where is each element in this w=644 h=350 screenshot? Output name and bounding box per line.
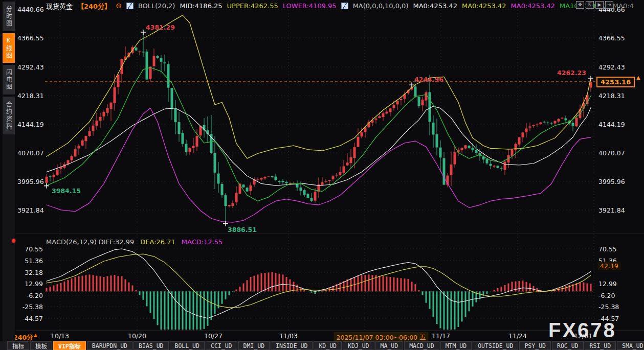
boll-mid-value: MID:4186.25 — [180, 2, 222, 10]
bottom-tab-psy_ud[interactable]: PSY_UD — [519, 341, 551, 350]
date-tick-5: 11/17 — [432, 332, 450, 340]
boll-lower-value: LOWER:4109.95 — [283, 2, 337, 10]
extreme-label-3: 4244.96 — [414, 76, 443, 83]
bottom-tab-boll_ud[interactable]: BOLL_UD — [170, 341, 205, 350]
extreme-label-0: 3984.15 — [52, 187, 81, 195]
price-up-arrow-icon: ▲ — [636, 75, 640, 80]
indicator-tab-strip: 指标模板VIP指标BARUPDN_UDBIAS_UDBOLL_UDCCI_UDD… — [0, 341, 644, 350]
bottom-tab-cci_ud[interactable]: CCI_UD — [206, 341, 237, 350]
bottom-tab-[interactable]: 指标 — [7, 341, 29, 350]
boll-label: BOLL(20,2) — [138, 2, 175, 10]
bottom-tab-mtm_ud[interactable]: MTM_UD — [440, 341, 472, 350]
sidebar-tab-3[interactable]: 合约资料 — [3, 97, 15, 134]
bottom-tab-dmi_ud[interactable]: DMI_UD — [238, 341, 270, 350]
ma0-white-value: MA0:4253.42 — [413, 2, 457, 10]
symbol-name: 现货黄金 — [46, 1, 73, 11]
macd-dea-value: DEA:26.71 — [140, 238, 175, 246]
date-tick-1: 10/20 — [128, 332, 146, 340]
sidebar-tab-1[interactable]: K线图 — [3, 33, 15, 63]
watermark: FX678 — [548, 319, 616, 342]
indicator-header: 现货黄金 【240分】 ⊖ BOLL(20,2) MID:4186.25 UPP… — [46, 2, 634, 10]
macd-axis-badge: 42.19 — [597, 262, 621, 270]
bottom-tab-roc_ud[interactable]: ROC_UD — [552, 341, 584, 350]
axis-fit-icon[interactable]: ⇱ — [586, 1, 594, 9]
extreme-label-4: 4262.23 — [557, 69, 586, 77]
ma0-yellow-value: MA0:4253.42 — [462, 2, 506, 10]
macd-value: MACD:12.55 — [182, 238, 223, 246]
date-tick-0: 10/13 — [51, 332, 69, 340]
boll-upper-value: UPPER:4262.55 — [227, 2, 278, 10]
ma-label: MA(0,0,0,10,0,0) — [353, 2, 409, 10]
bottom-tab-kd_ud[interactable]: KD_UD — [314, 341, 342, 350]
macd-title: MACD(26,12,9) DIFF:32.99 — [46, 238, 134, 246]
period-badge: 【240分】 — [77, 1, 111, 11]
export-icon[interactable]: ⇥ — [605, 1, 613, 9]
date-tick-highlight: 2025/11/07 03:00~06:00 五 — [334, 332, 428, 342]
bottom-tab-[interactable]: 模板 — [30, 341, 52, 350]
macd-header: MACD(26,12,9) DIFF:32.99 DEA:26.71 MACD:… — [46, 238, 223, 246]
sidebar-tab-0[interactable]: 分时图 — [3, 2, 15, 31]
bottom-tab-sma_ud[interactable]: SMA_UD — [617, 341, 644, 350]
boll-indicator-icon[interactable] — [126, 3, 134, 9]
date-tick-6: 11/24 — [508, 332, 527, 340]
bottom-tab-rsi_ud[interactable]: RSI_UD — [585, 341, 616, 350]
bottom-tab-bias_ud[interactable]: BIAS_UD — [134, 341, 168, 350]
chart-canvas[interactable] — [0, 0, 644, 350]
period-up-arrow-icon[interactable]: ▲ — [34, 333, 37, 338]
bottom-tab-barupdn_ud[interactable]: BARUPDN_UD — [87, 341, 132, 350]
bottom-tab-kdj_ud[interactable]: KDJ_UD — [343, 341, 374, 350]
period-label[interactable]: 240分 — [13, 332, 33, 342]
ma-indicator-icon[interactable] — [341, 3, 348, 9]
last-price-badge: 4253.16 — [596, 77, 635, 87]
collapse-icon[interactable]: ⊖ — [116, 2, 122, 10]
date-axis: 240分 ▲ 10/1310/2010/2711/032025/11/07 03… — [0, 331, 644, 341]
extreme-label-2: 3886.51 — [228, 226, 257, 234]
app-window: 分时图K线图闪电图合约资料 现货黄金 【240分】 ⊖ BOLL(20,2) M… — [0, 0, 644, 350]
sidebar: 分时图K线图闪电图合约资料 — [0, 0, 15, 341]
sidebar-tab-2[interactable]: 闪电图 — [3, 65, 15, 95]
chart-toolbar: ✥⇱▶⇥ — [576, 1, 613, 9]
bottom-tab-outside_ud[interactable]: OUTSIDE_UD — [473, 341, 518, 350]
ma0-gray-value: MA0:4 — [613, 2, 634, 10]
ma0-magenta-value: MA0:4253.42 — [511, 2, 556, 10]
bottom-tab-macd_ud[interactable]: MACD_UD — [404, 341, 439, 350]
date-tick-3: 11/03 — [279, 332, 298, 340]
bottom-tab-vip[interactable]: VIP指标 — [53, 341, 86, 350]
bottom-tab-ma_ud[interactable]: MA_UD — [375, 341, 404, 350]
bottom-tab-inside_ud[interactable]: INSIDE_UD — [271, 341, 313, 350]
hot-indicator-icon: ✹ — [11, 237, 16, 245]
extreme-label-1: 4381.29 — [146, 24, 175, 31]
date-tick-2: 10/27 — [204, 332, 223, 340]
move-icon[interactable]: ✥ — [576, 1, 584, 9]
pane-next-icon[interactable]: ▶ — [595, 1, 604, 9]
